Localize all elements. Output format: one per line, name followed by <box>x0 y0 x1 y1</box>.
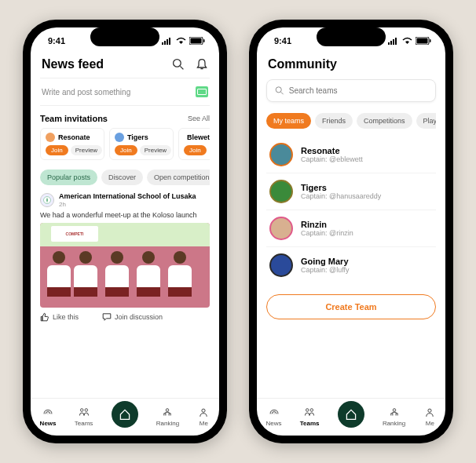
create-team-button[interactable]: Create Team <box>266 294 436 319</box>
post-body: We had a wonderful meet-up at the Koloso… <box>40 211 210 219</box>
svg-point-11 <box>80 409 83 412</box>
svg-point-27 <box>428 409 431 412</box>
status-time: 9:41 <box>274 36 291 46</box>
nav-icon <box>42 407 54 418</box>
nav-item-me[interactable]: Me <box>197 407 210 427</box>
invite-card[interactable]: Resonate JoinPreview <box>40 128 104 160</box>
nav-label: Ranking <box>383 420 405 427</box>
bottom-nav: NewsTeamsRankingMe <box>257 398 445 436</box>
screen-community: 9:41 Community My teamsFriendsCompetitio… <box>257 27 445 436</box>
post-author[interactable]: American International School of Lusaka <box>59 193 196 201</box>
like-button[interactable]: Like this <box>40 312 79 322</box>
svg-rect-3 <box>169 38 170 45</box>
phone-right: 9:41 Community My teamsFriendsCompetitio… <box>249 20 453 443</box>
search-input[interactable] <box>289 86 427 95</box>
nav-home-button[interactable] <box>112 401 138 428</box>
svg-point-26 <box>393 409 396 412</box>
svg-point-25 <box>310 409 313 412</box>
team-captain: Captain: @rinzin <box>301 229 353 237</box>
compose-placeholder: Write and post something <box>42 88 130 97</box>
team-row[interactable]: Going Mary Captain: @luffy <box>266 247 436 283</box>
post-time: 2h <box>59 201 196 208</box>
svg-rect-20 <box>417 38 428 44</box>
nav-item-news[interactable]: News <box>266 407 282 427</box>
join-button[interactable]: Join <box>46 145 68 155</box>
nav-item-ranking[interactable]: Ranking <box>383 407 405 427</box>
svg-point-14 <box>202 409 205 412</box>
invite-card[interactable]: Tigers JoinPreview <box>109 128 174 160</box>
join-button[interactable]: Join <box>184 145 207 155</box>
svg-point-13 <box>167 409 170 412</box>
nav-item-me[interactable]: Me <box>423 407 436 427</box>
community-tab[interactable]: My teams <box>266 113 311 129</box>
thumbs-up-icon <box>40 312 49 322</box>
community-tab[interactable]: Competitions <box>357 113 412 129</box>
invitations-title: Team invitations <box>40 114 108 123</box>
community-tab[interactable]: Player <box>416 113 436 129</box>
team-avatar <box>269 253 293 277</box>
nav-item-teams[interactable]: Teams <box>75 407 93 427</box>
phone-left: 9:41 News feed Write and post something … <box>23 20 227 443</box>
svg-point-24 <box>306 409 309 412</box>
feed-tab[interactable]: Popular posts <box>40 170 97 185</box>
svg-point-12 <box>85 409 88 412</box>
invite-name: Blewett <box>187 133 210 141</box>
header: Community <box>257 54 445 78</box>
wifi-icon <box>402 37 412 45</box>
invite-card[interactable]: Blewett Join <box>178 128 210 160</box>
post-avatar[interactable] <box>40 193 54 207</box>
nav-icon <box>423 407 436 418</box>
bottom-nav: NewsTeamsRankingMe <box>31 398 219 436</box>
svg-point-7 <box>174 60 181 67</box>
svg-point-22 <box>276 87 281 93</box>
svg-line-23 <box>281 92 284 94</box>
page-title: Community <box>268 57 337 71</box>
signal-icon <box>162 37 173 45</box>
see-all-link[interactable]: See All <box>188 115 210 122</box>
nav-label: Ranking <box>156 420 179 427</box>
nav-item-teams[interactable]: Teams <box>300 407 320 427</box>
nav-icon <box>78 407 90 418</box>
team-avatar <box>269 180 293 203</box>
team-row[interactable]: Rinzin Captain: @rinzin <box>266 210 436 247</box>
invite-name: Tigers <box>127 133 148 141</box>
svg-rect-6 <box>203 39 205 42</box>
feed-tab[interactable]: Open competitions <box>147 170 210 185</box>
post-image[interactable]: COMPETI <box>40 223 210 308</box>
preview-button[interactable]: Preview <box>71 145 102 155</box>
notch <box>317 27 386 46</box>
team-avatar <box>269 143 293 166</box>
team-name: Rinzin <box>301 220 353 229</box>
invitations-row[interactable]: Resonate JoinPreviewTigers JoinPreviewBl… <box>40 128 210 160</box>
nav-icon <box>197 407 210 418</box>
screen-news-feed: 9:41 News feed Write and post something … <box>31 27 219 436</box>
wifi-icon <box>176 37 186 45</box>
invitations-header: Team invitations See All <box>40 114 210 123</box>
photo-icon[interactable] <box>196 86 208 97</box>
search-icon[interactable] <box>172 58 185 71</box>
search-box[interactable] <box>266 79 436 102</box>
discuss-button[interactable]: Join discussion <box>102 312 163 322</box>
nav-home-button[interactable] <box>338 401 364 428</box>
like-label: Like this <box>53 313 79 321</box>
svg-rect-15 <box>388 42 390 45</box>
join-button[interactable]: Join <box>115 145 137 155</box>
team-captain: Captain: @eblewett <box>301 155 363 163</box>
preview-button[interactable]: Preview <box>140 145 171 155</box>
team-name: Tigers <box>301 183 381 192</box>
nav-item-ranking[interactable]: Ranking <box>156 407 179 427</box>
status-time: 9:41 <box>48 36 65 46</box>
home-icon <box>345 408 357 421</box>
bell-icon[interactable] <box>196 58 208 71</box>
nav-icon <box>388 407 401 418</box>
nav-icon <box>303 407 316 418</box>
nav-label: News <box>40 420 57 427</box>
team-captain: Captain: @hanusaareddy <box>301 192 381 200</box>
compose-box[interactable]: Write and post something <box>40 78 210 106</box>
team-row[interactable]: Tigers Captain: @hanusaareddy <box>266 173 436 210</box>
nav-item-news[interactable]: News <box>40 407 57 427</box>
feed-tab[interactable]: Discover <box>101 170 143 185</box>
team-row[interactable]: Resonate Captain: @eblewett <box>266 137 436 173</box>
post-card: American International School of Lusaka … <box>40 193 210 322</box>
community-tab[interactable]: Friends <box>315 113 353 129</box>
